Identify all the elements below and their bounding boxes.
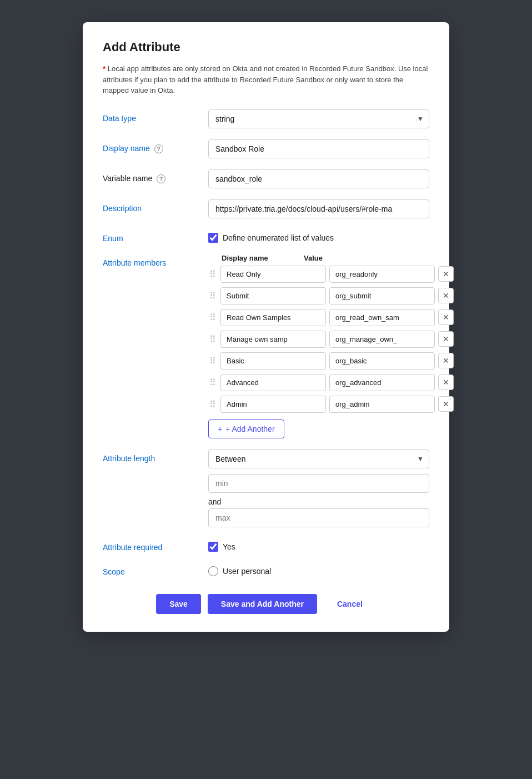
data-type-control: string integer number boolean ▼ <box>208 109 429 128</box>
scope-option-label[interactable]: User personal <box>223 567 271 576</box>
scope-radio-row: User personal <box>208 563 429 576</box>
table-row: ⠿ ✕ <box>208 331 454 348</box>
member-remove-button[interactable]: ✕ <box>438 331 454 347</box>
attribute-required-control: Yes <box>208 538 429 552</box>
attribute-required-row: Attribute required Yes <box>103 538 429 552</box>
member-remove-button[interactable]: ✕ <box>438 266 454 282</box>
display-name-row: Display name ? <box>103 139 429 158</box>
add-another-button[interactable]: + + Add Another <box>208 420 284 438</box>
member-value-input[interactable] <box>329 266 435 283</box>
min-input[interactable] <box>208 474 429 493</box>
member-display-input[interactable] <box>220 287 326 304</box>
table-row: ⠿ ✕ <box>208 352 454 369</box>
description-row: Description <box>103 199 429 218</box>
notice-text: * Local app attributes are only stored o… <box>103 63 429 96</box>
attribute-members-row: Attribute members Display name Value ⠿ ✕… <box>103 254 429 438</box>
member-value-input[interactable] <box>329 331 435 348</box>
member-value-input[interactable] <box>329 287 435 304</box>
variable-name-control <box>208 169 429 188</box>
save-button[interactable]: Save <box>156 594 201 614</box>
drag-handle-icon[interactable]: ⠿ <box>208 377 217 388</box>
display-name-help-icon[interactable]: ? <box>154 144 163 153</box>
scope-radio[interactable] <box>208 566 218 576</box>
enum-checkbox[interactable] <box>208 233 218 243</box>
attribute-required-label: Attribute required <box>103 538 208 552</box>
drag-handle-icon[interactable]: ⠿ <box>208 356 217 366</box>
member-value-input[interactable] <box>329 352 435 369</box>
display-name-control <box>208 139 429 158</box>
table-row: ⠿ ✕ <box>208 309 454 326</box>
attribute-required-checkbox[interactable] <box>208 542 218 552</box>
attribute-length-row: Attribute length Between Minimum Maximum… <box>103 450 429 527</box>
members-table: Display name Value ⠿ ✕ ⠿ ✕ <box>208 254 454 413</box>
notice-body: Local app attributes are only stored on … <box>103 64 428 94</box>
and-text: and <box>208 493 429 508</box>
member-remove-button[interactable]: ✕ <box>438 396 454 412</box>
data-type-label: Data type <box>103 109 208 123</box>
description-input[interactable] <box>208 199 429 218</box>
drag-handle-icon[interactable]: ⠿ <box>208 291 217 301</box>
member-value-input[interactable] <box>329 396 435 413</box>
enum-row: Enum Define enumerated list of values <box>103 229 429 243</box>
attribute-length-control: Between Minimum Maximum ▼ and <box>208 450 429 527</box>
variable-name-help-icon[interactable]: ? <box>157 174 165 183</box>
member-remove-button[interactable]: ✕ <box>438 288 454 303</box>
attribute-length-select[interactable]: Between Minimum Maximum <box>208 450 429 468</box>
members-header: Display name Value <box>208 254 454 262</box>
modal-title: Add Attribute <box>103 40 429 54</box>
data-type-select-wrap: string integer number boolean ▼ <box>208 109 429 128</box>
scope-row: Scope User personal <box>103 563 429 576</box>
member-display-input[interactable] <box>220 374 326 391</box>
col-value-header: Value <box>304 254 454 262</box>
attribute-members-label: Attribute members <box>103 254 208 267</box>
enum-checkbox-row: Define enumerated list of values <box>208 229 429 243</box>
enum-control: Define enumerated list of values <box>208 229 429 243</box>
enum-label: Enum <box>103 229 208 243</box>
data-type-select[interactable]: string integer number boolean <box>208 109 429 128</box>
member-remove-button[interactable]: ✕ <box>438 374 454 390</box>
save-and-add-another-button[interactable]: Save and Add Another <box>208 594 317 614</box>
max-input[interactable] <box>208 508 429 527</box>
variable-name-label: Variable name ? <box>103 169 208 183</box>
enum-checkbox-label[interactable]: Define enumerated list of values <box>223 233 334 242</box>
member-value-input[interactable] <box>329 374 435 391</box>
display-name-input[interactable] <box>208 139 429 158</box>
table-row: ⠿ ✕ <box>208 396 454 413</box>
member-value-input[interactable] <box>329 309 435 326</box>
drag-handle-icon[interactable]: ⠿ <box>208 334 217 344</box>
member-display-input[interactable] <box>220 309 326 326</box>
table-row: ⠿ ✕ <box>208 287 454 304</box>
drag-handle-icon[interactable]: ⠿ <box>208 399 217 410</box>
table-row: ⠿ ✕ <box>208 266 454 283</box>
member-display-input[interactable] <box>220 266 326 283</box>
add-another-label: + Add Another <box>225 425 274 433</box>
attribute-required-option-label[interactable]: Yes <box>223 542 235 551</box>
description-control <box>208 199 429 218</box>
drag-handle-icon[interactable]: ⠿ <box>208 269 217 279</box>
member-remove-button[interactable]: ✕ <box>438 309 454 325</box>
add-another-plus-icon: + <box>218 425 222 433</box>
add-attribute-modal: Add Attribute * Local app attributes are… <box>83 22 449 632</box>
scope-control: User personal <box>208 563 429 576</box>
variable-name-row: Variable name ? <box>103 169 429 188</box>
display-name-label: Display name ? <box>103 139 208 153</box>
cancel-button[interactable]: Cancel <box>324 594 376 614</box>
table-row: ⠿ ✕ <box>208 374 454 391</box>
member-display-input[interactable] <box>220 331 326 348</box>
modal-footer: Save Save and Add Another Cancel <box>103 594 429 614</box>
attribute-length-select-wrap: Between Minimum Maximum ▼ <box>208 450 429 468</box>
description-label: Description <box>103 199 208 213</box>
attribute-length-label: Attribute length <box>103 450 208 463</box>
col-display-header: Display name <box>222 254 299 262</box>
attribute-members-control: Display name Value ⠿ ✕ ⠿ ✕ <box>208 254 454 438</box>
attribute-required-checkbox-row: Yes <box>208 538 429 552</box>
drag-handle-icon[interactable]: ⠿ <box>208 312 217 323</box>
scope-label: Scope <box>103 563 208 576</box>
variable-name-input[interactable] <box>208 169 429 188</box>
data-type-row: Data type string integer number boolean … <box>103 109 429 128</box>
member-display-input[interactable] <box>220 352 326 369</box>
member-display-input[interactable] <box>220 396 326 413</box>
member-remove-button[interactable]: ✕ <box>438 353 454 368</box>
